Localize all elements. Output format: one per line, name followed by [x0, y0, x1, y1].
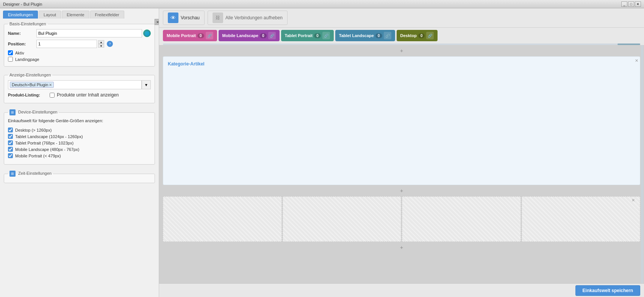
mobile-portrait-count: 0	[197, 33, 204, 38]
device-tablet-landscape-label: Tablet Landscape (1024px - 1260px)	[15, 134, 83, 139]
tablet-portrait-link-icon: 🔗	[322, 32, 330, 39]
main-container: ✕ Einstellungen Layout Elemente Freitext…	[0, 8, 644, 297]
tag-input-wrap[interactable]: Deutsch>Bul Plugin ✕	[8, 80, 142, 89]
close-button[interactable]: ✕	[635, 2, 641, 7]
tag-input-row: Deutsch>Bul Plugin ✕ ▼	[8, 80, 151, 89]
position-label: Position:	[8, 42, 36, 46]
tab-elemente[interactable]: Elemente	[62, 11, 89, 19]
save-button[interactable]: Einkaufswelt speichern	[575, 285, 640, 296]
landingpage-checkbox[interactable]	[8, 57, 13, 62]
device-tablet-portrait-label: Tablet Portrait (768px - 1023px)	[15, 141, 73, 145]
device-mobile-portrait-checkbox[interactable]	[8, 153, 13, 158]
device-tablet-portrait-checkbox[interactable]	[8, 140, 13, 145]
position-up-button[interactable]: ▲	[98, 40, 104, 44]
aktiv-checkbox[interactable]	[8, 50, 13, 55]
globe-icon[interactable]: 🌐	[143, 30, 151, 37]
produkte-unter-inhalt-checkbox[interactable]	[50, 93, 55, 98]
mobile-landscape-label: Mobile Landscape	[222, 33, 258, 38]
zeit-section-icon: ⊞	[9, 171, 16, 177]
window-title: Designer - Bul Plugin	[3, 2, 42, 6]
device-btn-mobile-portrait[interactable]: Mobile Portrait 0 🔗	[163, 30, 217, 41]
landingpage-row: Landingpage	[8, 57, 151, 62]
position-down-button[interactable]: ▼	[98, 44, 104, 48]
eye-icon: 👁	[168, 12, 178, 23]
grid-cell-2[interactable]	[283, 196, 402, 242]
mobile-landscape-link-icon: 🔗	[268, 32, 276, 39]
add-row-middle-button[interactable]: +	[159, 187, 644, 195]
title-bar: Designer - Bul Plugin _ □ ✕	[0, 0, 644, 8]
grid-cell-1[interactable]	[163, 196, 282, 242]
device-buttons-bar: Mobile Portrait 0 🔗 Mobile Landscape 0 🔗…	[159, 28, 644, 44]
tab-bar: Einstellungen Layout Elemente Freitextfe…	[0, 8, 159, 19]
device-section-icon: ⊞	[9, 109, 16, 115]
device-item-mobile-landscape: Mobile Landscape (480px - 767px)	[8, 147, 151, 152]
produkte-unter-inhalt-label: Produkte unter Inhalt anzeigen	[57, 92, 119, 98]
tag-label: Deutsch>Bul Plugin	[12, 82, 48, 87]
tablet-portrait-label: Tablet Portrait	[285, 33, 313, 38]
device-desktop-checkbox[interactable]	[8, 128, 13, 132]
position-input[interactable]	[36, 40, 97, 48]
disconnect-button[interactable]: ⛓ Alle Verbindungen aufheben	[208, 11, 288, 25]
panel-close-button[interactable]: ✕	[155, 19, 159, 25]
name-row: Name: 🌐	[8, 29, 151, 37]
add-row-bottom-button[interactable]: +	[159, 243, 644, 252]
desktop-label: Desktop	[400, 33, 417, 38]
tag-close-icon[interactable]: ✕	[49, 83, 52, 87]
device-mobile-portrait-label: Mobile Portrait (< 479px)	[15, 154, 61, 158]
zeit-einstellungen-title: ⊞ Zeit-Einstellungen	[8, 171, 53, 177]
add-middle-icon: +	[400, 188, 403, 194]
minimize-button[interactable]: _	[621, 2, 627, 7]
device-description: Einkaufswelt für folgende Geräte-Größen …	[8, 118, 151, 123]
grid-cell-4[interactable]	[522, 196, 641, 242]
tab-freitextfelder[interactable]: Freitextfelder	[90, 11, 124, 19]
window-controls: _ □ ✕	[621, 2, 641, 7]
left-panel: ✕ Einstellungen Layout Elemente Freitext…	[0, 8, 159, 297]
name-input[interactable]	[36, 29, 142, 37]
tablet-landscape-count: 0	[375, 33, 382, 38]
maximize-button[interactable]: □	[628, 2, 634, 7]
dropdown-button[interactable]: ▼	[142, 80, 151, 89]
anzeige-einstellungen-section: Anzeige-Einstellungen Deutsch>Bul Plugin…	[4, 73, 155, 103]
desktop-link-icon: 🔗	[426, 32, 434, 39]
desktop-count: 0	[418, 33, 425, 38]
device-einstellungen-section: ⊞ Device-Einstellungen Einkaufswelt für …	[4, 109, 155, 165]
tab-einstellungen[interactable]: Einstellungen	[3, 11, 38, 19]
help-button[interactable]: ?	[107, 41, 113, 47]
device-list: Desktop (> 1260px) Tablet Landscape (102…	[8, 126, 151, 161]
device-item-tablet-landscape: Tablet Landscape (1024px - 1260px)	[8, 134, 151, 139]
position-wrap: ▲ ▼ ?	[36, 40, 113, 48]
top-toolbar: 👁 Vorschau ⛓ Alle Verbindungen aufheben	[159, 8, 644, 28]
device-btn-mobile-landscape[interactable]: Mobile Landscape 0 🔗	[219, 30, 280, 41]
add-row-top-button[interactable]: +	[159, 47, 644, 55]
device-tablet-landscape-checkbox[interactable]	[8, 134, 13, 139]
device-desktop-label: Desktop (> 1260px)	[15, 128, 52, 132]
device-mobile-landscape-checkbox[interactable]	[8, 147, 13, 152]
bottom-bar: Einkaufswelt speichern	[159, 283, 644, 297]
device-mobile-landscape-label: Mobile Landscape (480px - 767px)	[15, 147, 79, 152]
add-bottom-icon: +	[400, 244, 403, 250]
canvas-area[interactable]: + Kategorie-Artikel ✕ + ✕ +	[159, 45, 644, 283]
device-btn-tablet-landscape[interactable]: Tablet Landscape 0 🔗	[335, 30, 395, 41]
produkt-listing-row: Produkt-Listing: Produkte unter Inhalt a…	[8, 92, 151, 98]
anzeige-einstellungen-title: Anzeige-Einstellungen	[8, 73, 52, 77]
content-block-1-close[interactable]: ✕	[635, 58, 638, 63]
basis-einstellungen-section: Basis-Einstellungen Name: 🌐 Position: ▲ …	[4, 22, 155, 67]
disconnect-label: Alle Verbindungen aufheben	[225, 15, 283, 20]
grid-row-1: ✕	[163, 196, 640, 242]
device-btn-desktop[interactable]: Desktop 0 🔗	[397, 30, 438, 41]
position-row: Position: ▲ ▼ ?	[8, 40, 151, 48]
produkt-listing-label: Produkt-Listing:	[8, 93, 50, 97]
grid-cell-3[interactable]	[402, 196, 521, 242]
name-label: Name:	[8, 31, 36, 36]
device-item-desktop: Desktop (> 1260px)	[8, 128, 151, 132]
device-btn-tablet-portrait[interactable]: Tablet Portrait 0 🔗	[281, 30, 334, 41]
grid-row-close[interactable]: ✕	[631, 198, 635, 203]
device-einstellungen-title: ⊞ Device-Einstellungen	[8, 109, 59, 115]
aktiv-row: Aktiv	[8, 50, 151, 55]
add-top-icon: +	[400, 48, 403, 54]
basis-einstellungen-title: Basis-Einstellungen	[8, 22, 48, 26]
preview-button[interactable]: 👁 Vorschau	[163, 11, 205, 25]
zeit-einstellungen-section: ⊞ Zeit-Einstellungen	[4, 171, 155, 183]
tab-layout[interactable]: Layout	[39, 11, 61, 19]
canvas-scrollbar	[641, 45, 643, 283]
